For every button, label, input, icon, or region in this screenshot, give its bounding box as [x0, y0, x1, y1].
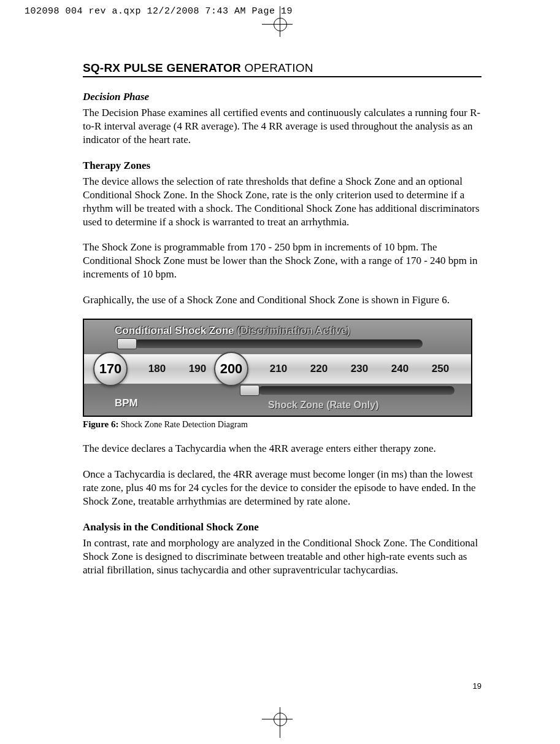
figure-6: Conditional Shock Zone (Discrimination A… [83, 319, 472, 417]
figure-caption: Figure 6: Shock Zone Rate Detection Diag… [83, 419, 481, 430]
conditional-slider-track [134, 339, 423, 348]
after-fig-p1: The device declares a Tachycardia when t… [83, 442, 481, 455]
crop-mark-top-icon [268, 12, 293, 37]
after-fig-p2: Once a Tachycardia is declared, the 4RR … [83, 468, 481, 508]
section-header: SQ-RX PULSE GENERATOR OPERATION [83, 61, 481, 77]
crop-mark-bottom-icon [268, 707, 293, 732]
shock-knob[interactable]: 200 [214, 352, 248, 386]
tick-230: 230 [339, 363, 380, 375]
tick-180: 180 [137, 363, 177, 375]
tick-190: 190 [177, 363, 218, 375]
conditional-knob[interactable]: 170 [93, 352, 128, 386]
tick-210: 210 [258, 363, 299, 375]
page-number: 19 [473, 681, 481, 691]
decision-phase-title: Decision Phase [83, 91, 481, 103]
discrimination-text: (Discrimination Active) [234, 325, 350, 336]
therapy-zones-p1: The device allows the selection of rate … [83, 175, 481, 228]
tick-220: 220 [299, 363, 339, 375]
header-bold: SQ-RX PULSE GENERATOR [83, 61, 241, 74]
therapy-zones-title: Therapy Zones [83, 160, 481, 172]
decision-phase-body: The Decision Phase examines all certifie… [83, 106, 481, 146]
tick-240: 240 [380, 363, 420, 375]
therapy-zones-p3: Graphically, the use of a Shock Zone and… [83, 293, 481, 307]
bpm-label: BPM [115, 397, 138, 409]
bpm-scale: 170 180 190 200 210 220 230 240 250 [84, 354, 471, 384]
therapy-zones-p2: The Shock Zone is programmable from 170 … [83, 241, 481, 281]
header-light: OPERATION [241, 61, 313, 74]
analysis-p1: In contrast, rate and morphology are ana… [83, 537, 481, 576]
figure-caption-bold: Figure 6: [83, 419, 118, 429]
conditional-zone-label: Conditional Shock Zone (Discrimination A… [115, 325, 350, 337]
figure-caption-text: Shock Zone Rate Detection Diagram [118, 420, 247, 429]
tick-250: 250 [420, 363, 461, 375]
shock-slider-track [258, 386, 455, 395]
analysis-title: Analysis in the Conditional Shock Zone [83, 521, 481, 533]
shock-zone-label: Shock Zone (Rate Only) [268, 400, 378, 411]
print-slug: 102098 004 rev a.qxp 12/2/2008 7:43 AM P… [25, 6, 293, 17]
page-content: SQ-RX PULSE GENERATOR OPERATION Decision… [83, 61, 481, 589]
conditional-zone-text: Conditional Shock Zone [115, 325, 234, 336]
